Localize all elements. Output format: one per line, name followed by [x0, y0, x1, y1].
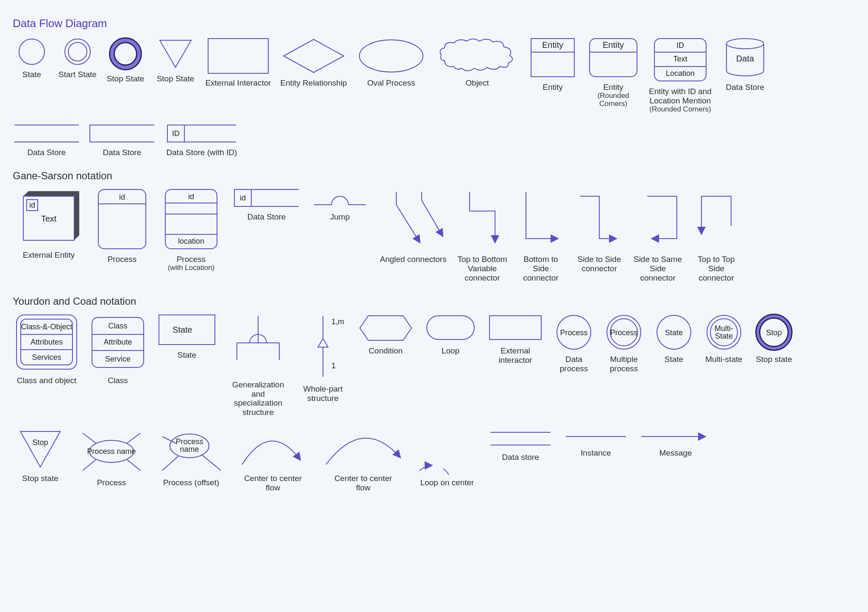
top-bottom-var-icon	[461, 188, 504, 251]
shape-data-store-open2: Data Store	[88, 123, 156, 157]
shape-class-object: Class-&-Object Attributes Services Class…	[13, 313, 81, 385]
shape-entity-relationship: Entity Relationship	[280, 37, 348, 88]
svg-marker-28	[74, 191, 79, 240]
shape-entity-rounded: Entity Entity (Rounded Corners)	[586, 37, 641, 108]
yc-row2: Stop Stop state Process name Process Pro…	[13, 428, 855, 492]
svg-text:Class-&-Object: Class-&-Object	[21, 323, 72, 331]
side-side-icon	[576, 188, 623, 251]
gen-spec-icon	[228, 313, 288, 377]
svg-text:ID: ID	[172, 129, 180, 138]
svg-text:Entity: Entity	[603, 40, 624, 50]
side-same-side-icon	[634, 188, 681, 251]
svg-text:State: State	[665, 328, 683, 337]
stop-triangle2-icon: Stop	[17, 428, 64, 470]
state-circle-icon: State	[655, 313, 693, 351]
section-title-gane-sarson: Gane-Sarson notation	[13, 170, 855, 182]
loop-pill-icon	[425, 313, 476, 343]
svg-line-88	[127, 433, 140, 443]
shape-stop-state-triangle: Stop State	[154, 37, 197, 83]
svg-marker-7	[284, 39, 344, 72]
svg-text:Multi-: Multi-	[715, 324, 733, 333]
stop-ring-icon	[108, 37, 142, 71]
multi-state-icon: Multi- State	[705, 313, 743, 351]
svg-text:Service: Service	[105, 355, 131, 363]
svg-text:Text: Text	[673, 55, 687, 63]
svg-line-90	[127, 459, 140, 470]
shape-gen-spec: Generalization and specialization struct…	[226, 313, 290, 417]
process-legs-icon: Process name	[78, 428, 145, 475]
svg-text:id: id	[29, 201, 35, 209]
rectangle-icon	[206, 37, 270, 75]
top-top-side-icon	[693, 188, 740, 251]
svg-text:1,m: 1,m	[331, 317, 344, 326]
shape-process-legs: Process name Process	[75, 428, 147, 487]
oval-icon	[357, 37, 425, 75]
state-rect-icon: State	[157, 313, 217, 347]
circle-icon	[17, 37, 47, 67]
svg-text:Process: Process	[560, 328, 587, 337]
section-title-dfd: Data Flow Diagram	[13, 17, 855, 30]
bottom-side-icon	[517, 188, 564, 251]
svg-text:Process: Process	[610, 328, 637, 337]
svg-line-94	[162, 456, 178, 470]
shape-entity: Entity Entity	[527, 37, 578, 92]
entity-rounded-icon: Entity	[588, 37, 639, 79]
shape-state: State	[13, 37, 51, 79]
svg-text:Data: Data	[736, 54, 754, 63]
shape-yc-state-rect: State State	[155, 313, 219, 360]
whole-part-icon: 1,m 1	[302, 313, 344, 381]
svg-text:name: name	[180, 445, 199, 453]
gs-row: id Text External Entity id Process id lo…	[13, 188, 855, 283]
shape-top-top-side: Top to Top Side connector	[691, 188, 742, 283]
shape-gs-process-location: id location Process (with Location)	[159, 188, 223, 272]
shape-stop-state-ring: Stop State	[104, 37, 147, 83]
shape-data-store-with-id: ID Data Store (with ID)	[164, 123, 240, 157]
svg-point-21	[726, 39, 764, 49]
section-title-yourdon-coad: Yourdon and Coad notation	[13, 295, 855, 307]
shape-process-offset: Process name Process (offset)	[155, 428, 227, 487]
shape-multi-state: Multi- State Multi-state	[703, 313, 745, 364]
triangle-down-icon	[156, 37, 195, 71]
svg-rect-69	[427, 316, 474, 339]
shape-data-process: Process Data process	[553, 313, 595, 373]
svg-text:Text: Text	[41, 214, 57, 223]
svg-point-2	[68, 42, 87, 61]
shape-yc-state-circle: State State	[653, 313, 695, 364]
svg-point-0	[19, 39, 45, 64]
entity-id-location-icon: ID Text Location	[653, 37, 708, 83]
shape-loop: Loop	[423, 313, 478, 356]
svg-text:ID: ID	[676, 41, 684, 50]
svg-rect-6	[208, 39, 268, 73]
data-process-icon: Process	[555, 313, 593, 351]
shape-class: Class Attribute Service Class	[88, 313, 147, 385]
diamond-icon	[282, 37, 345, 75]
gs-process-icon: id	[97, 188, 147, 251]
stop-ring2-icon: Stop	[755, 313, 793, 351]
svg-point-8	[359, 40, 423, 72]
shape-loop-center: Loop on center	[415, 428, 479, 487]
svg-text:id: id	[240, 194, 246, 202]
gs-process-location-icon: id location	[164, 188, 219, 251]
shape-stop-triangle2: Stop Stop state	[13, 428, 68, 483]
shape-center-flow-2: Center to center flow	[319, 428, 408, 492]
shape-top-bottom-variable: Top to Bottom Variable connector	[457, 188, 508, 283]
shape-oval-process: Oval Process	[355, 37, 427, 88]
dfd-row1: State Start State Stop State Stop State …	[13, 37, 855, 113]
shape-gs-process: id Process	[92, 188, 152, 264]
svg-text:Process name: Process name	[87, 447, 136, 456]
svg-marker-85	[20, 431, 60, 467]
instance-line-icon	[564, 428, 628, 445]
cylinder-icon: Data	[724, 37, 766, 79]
class-object-icon: Class-&-Object Attributes Services	[15, 313, 78, 373]
svg-marker-27	[23, 191, 79, 196]
svg-text:State: State	[715, 332, 733, 340]
class-icon: Class Attribute Service	[90, 313, 145, 373]
svg-line-87	[83, 433, 96, 443]
shape-entity-id-location: ID Text Location Entity with ID and Loca…	[648, 37, 712, 113]
shape-external-interactor: External Interactor	[204, 37, 272, 88]
svg-marker-64	[318, 339, 328, 347]
shape-whole-part: 1,m 1 Whole-part structure	[298, 313, 348, 403]
svg-text:Attributes: Attributes	[31, 338, 63, 346]
shape-bottom-side: Bottom to Side connector	[515, 188, 566, 283]
shape-multiple-process: Process Multiple process	[603, 313, 645, 373]
